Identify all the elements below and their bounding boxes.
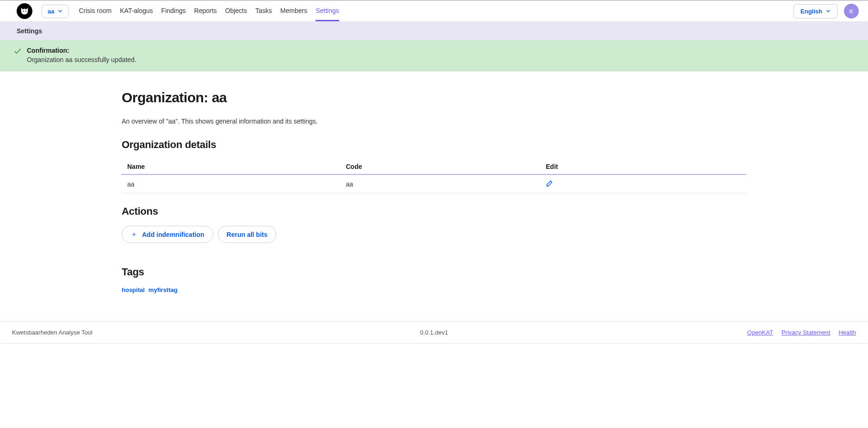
main-nav: Crisis room KAT-alogus Findings Reports …	[79, 1, 339, 21]
edit-icon	[546, 180, 553, 187]
chevron-down-icon	[826, 9, 831, 13]
table-header-row: Name Code Edit	[122, 159, 746, 174]
cell-code: aa	[341, 174, 540, 193]
footer-links: OpenKAT Privacy Statement Health	[747, 329, 856, 336]
tag-item[interactable]: myfirsttag	[149, 286, 178, 293]
actions-row: ＋ Add indemnification Rerun all bits	[122, 226, 746, 243]
tags-list: hospital myfirsttag	[122, 286, 746, 293]
plus-icon: ＋	[130, 230, 137, 239]
nav-kat-alogus[interactable]: KAT-alogus	[120, 1, 153, 21]
nav-objects[interactable]: Objects	[225, 1, 247, 21]
cat-logo-icon	[19, 6, 30, 16]
alert-title: Confirmation:	[27, 47, 136, 54]
language-selector[interactable]: English	[794, 4, 837, 19]
check-icon	[14, 48, 21, 55]
cell-name: aa	[122, 174, 341, 193]
breadcrumb: Settings	[0, 22, 868, 40]
tags-heading: Tags	[122, 266, 746, 278]
page-title: Organization: aa	[122, 90, 746, 105]
chevron-down-icon	[58, 9, 62, 13]
footer-link-openkat[interactable]: OpenKAT	[747, 329, 773, 336]
org-selector[interactable]: aa	[42, 5, 68, 18]
confirmation-alert: Confirmation: Organization aa successful…	[0, 40, 868, 71]
actions-heading: Actions	[122, 205, 746, 217]
topbar-right: English K	[794, 4, 859, 19]
rerun-all-bits-label: Rerun all bits	[227, 231, 268, 238]
breadcrumb-label: Settings	[17, 27, 42, 35]
app-logo[interactable]	[17, 3, 32, 19]
col-header-edit: Edit	[540, 159, 747, 174]
rerun-all-bits-button[interactable]: Rerun all bits	[218, 226, 277, 243]
nav-settings[interactable]: Settings	[316, 1, 339, 21]
nav-crisis-room[interactable]: Crisis room	[79, 1, 112, 21]
col-header-code: Code	[341, 159, 540, 174]
nav-reports[interactable]: Reports	[194, 1, 217, 21]
footer-version: 0.0.1.dev1	[420, 329, 448, 336]
nav-members[interactable]: Members	[280, 1, 307, 21]
org-details-heading: Organization details	[122, 139, 746, 151]
main-content: Organization: aa An overview of "aa". Th…	[122, 71, 746, 321]
user-avatar[interactable]: K	[844, 4, 859, 19]
nav-tasks[interactable]: Tasks	[255, 1, 272, 21]
tag-item[interactable]: hospital	[122, 286, 145, 293]
tags-section: Tags hospital myfirsttag	[122, 266, 746, 293]
language-label: English	[800, 8, 822, 15]
add-indemnification-label: Add indemnification	[142, 231, 205, 238]
footer-left: Kwetsbaarheden Analyse Tool	[12, 329, 93, 336]
footer-link-privacy[interactable]: Privacy Statement	[781, 329, 831, 336]
org-details-table: Name Code Edit aa aa	[122, 159, 746, 193]
org-selector-label: aa	[48, 8, 54, 15]
footer: Kwetsbaarheden Analyse Tool 0.0.1.dev1 O…	[0, 321, 868, 344]
alert-message: Organization aa successfully updated.	[27, 56, 136, 63]
topbar-left: aa Crisis room KAT-alogus Findings Repor…	[17, 1, 339, 21]
nav-findings[interactable]: Findings	[161, 1, 186, 21]
topbar: aa Crisis room KAT-alogus Findings Repor…	[0, 0, 868, 22]
svg-point-1	[25, 11, 26, 12]
alert-body: Confirmation: Organization aa successful…	[27, 47, 136, 63]
col-header-name: Name	[122, 159, 341, 174]
table-row: aa aa	[122, 174, 746, 193]
svg-point-0	[23, 11, 24, 12]
footer-link-health[interactable]: Health	[838, 329, 856, 336]
page-subtext: An overview of "aa". This shows general …	[122, 118, 746, 125]
edit-organization-link[interactable]	[546, 181, 553, 188]
avatar-initial: K	[849, 8, 854, 15]
add-indemnification-button[interactable]: ＋ Add indemnification	[122, 226, 213, 243]
cell-edit	[540, 174, 747, 193]
